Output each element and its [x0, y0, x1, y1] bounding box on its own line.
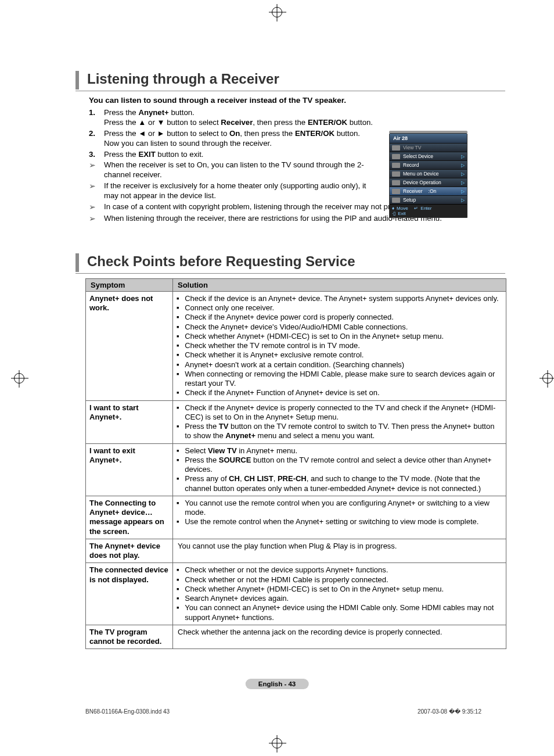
page-number-badge: English - 43: [246, 679, 309, 689]
heading-underline: [75, 273, 505, 274]
osd-item-icon: [392, 145, 400, 151]
chevron-right-icon: ▷: [461, 171, 465, 177]
registration-mark-right: [542, 373, 553, 384]
osd-item-icon: [392, 154, 400, 159]
chevron-right-icon: ▷: [461, 198, 465, 203]
osd-row: Device Operation▷: [390, 178, 467, 187]
chevron-right-icon: ▷: [461, 189, 465, 194]
exit-icon: ·▯: [392, 211, 395, 216]
troubleshooting-table: Symptom Solution Anynet+ does not work.C…: [85, 278, 506, 650]
osd-item-icon: [392, 163, 400, 168]
heading-1: Listening through a Receiver: [87, 71, 279, 89]
heading-accent-bar: [75, 71, 79, 89]
note-1: ➢When the receiver is set to On, you can…: [89, 160, 379, 180]
footer-left: BN68-01166A-Eng-0308.indd 43: [85, 708, 170, 715]
table-row: The TV program cannot be recorded.Check …: [86, 625, 506, 649]
note-arrow-icon: ➢: [89, 202, 104, 213]
enter-icon: ↵: [414, 206, 418, 211]
table-row: The connected device is not displayed.Ch…: [86, 563, 506, 625]
move-icon: ♦: [392, 206, 394, 211]
th-symptom: Symptom: [86, 278, 173, 291]
osd-row: Setup▷: [390, 195, 467, 204]
osd-footer: ♦Move ↵Enter ·▯Exit: [390, 204, 467, 217]
note-arrow-icon: ➢: [89, 181, 104, 201]
table-row: The Anynet+ device does not play.You can…: [86, 539, 506, 563]
registration-mark-top: [272, 7, 282, 17]
osd-item-icon: [392, 180, 400, 185]
table-row: I want to start Anynet+.Check if the Any…: [86, 400, 506, 443]
chevron-right-icon: ▷: [461, 154, 465, 159]
chevron-right-icon: ▷: [461, 163, 465, 168]
heading-accent-bar: [75, 253, 79, 272]
osd-row: Record▷: [390, 160, 467, 169]
table-row: I want to exit Anynet+.Select View TV in…: [86, 443, 506, 496]
osd-item-icon: [392, 189, 400, 194]
note-arrow-icon: ➢: [89, 214, 104, 224]
note-arrow-icon: ➢: [89, 160, 104, 180]
print-footer: BN68-01166A-Eng-0308.indd 43 2007-03-08 …: [85, 708, 481, 715]
intro-text: You can listen to sound through a receiv…: [89, 96, 505, 105]
heading-2: Check Points before Requesting Service: [87, 253, 355, 272]
table-row: The Connecting to Anynet+ device… messag…: [86, 496, 506, 539]
footer-right: 2007-03-08 �� 9:35:12: [418, 708, 481, 715]
osd-row: Receiver:On▷: [390, 187, 467, 195]
step-2: 2. Press the ◄ or ► button to select to …: [89, 129, 379, 149]
osd-row: Menu on Device▷: [390, 169, 467, 178]
step-3: 3. Press the EXIT button to exit.: [89, 150, 379, 160]
note-2: ➢If the receiver is exclusively for a ho…: [89, 181, 379, 201]
osd-item-icon: [392, 171, 400, 177]
osd-row: View TV: [390, 143, 467, 152]
table-row: Anynet+ does not work.Check if the devic…: [86, 291, 506, 400]
osd-item-icon: [392, 198, 400, 203]
steps-list: 1. Press the Anynet+ button. Press the ▲…: [89, 108, 379, 159]
osd-title: Air 28: [390, 134, 467, 143]
osd-row: Select Device▷: [390, 152, 467, 160]
th-solution: Solution: [173, 278, 506, 291]
osd-menu: Air 28 View TVSelect Device▷Record▷Menu …: [389, 131, 467, 218]
step-1: 1. Press the Anynet+ button. Press the ▲…: [89, 108, 379, 128]
heading-underline: [75, 91, 505, 91]
chevron-right-icon: ▷: [461, 180, 465, 185]
page: Listening through a Receiver You can lis…: [49, 17, 505, 738]
section-checkpoints: Check Points before Requesting Service S…: [49, 253, 505, 650]
registration-mark-bottom: [272, 738, 282, 748]
registration-mark-left: [14, 373, 24, 384]
